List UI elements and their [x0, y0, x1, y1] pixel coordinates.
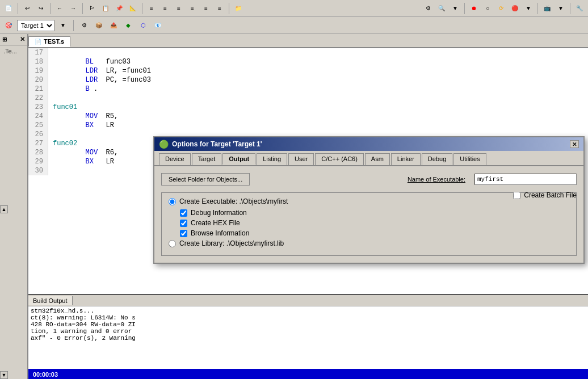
executable-input[interactable] — [474, 174, 577, 185]
create-executable-row: Create Executable: .\Objects\myfirst — [169, 197, 569, 205]
create-hex-checkbox[interactable] — [180, 220, 187, 227]
dialog-tab-output[interactable]: Output — [222, 153, 255, 165]
create-library-row: Create Library: .\Objects\myfirst.lib — [169, 239, 569, 247]
create-executable-label: Create Executable: .\Objects\myfirst — [179, 197, 288, 205]
dialog-tab-target[interactable]: Target — [192, 153, 222, 165]
dialog-tab-bar: DeviceTargetOutputListingUserC/C++ (AC6)… — [154, 151, 583, 166]
executable-label: Name of Executable: — [408, 176, 465, 183]
dialog-body: Select Folder for Objects... Name of Exe… — [154, 166, 583, 263]
create-batch-checkbox[interactable] — [513, 192, 520, 199]
browse-info-checkbox[interactable] — [180, 230, 187, 237]
dialog-tab-utilities[interactable]: Utilities — [453, 153, 486, 165]
dialog-icon: 🟢 — [159, 140, 169, 149]
browse-info-label: Browse Information — [191, 229, 249, 237]
dialog-row-folder: Select Folder for Objects... Name of Exe… — [161, 173, 577, 186]
debug-info-row: Debug Information — [180, 209, 569, 217]
dialog-title-text: 🟢 Options for Target 'Target 1' — [159, 140, 262, 149]
dialog-tab-debug[interactable]: Debug — [422, 153, 452, 165]
options-section: Create Executable: .\Objects\myfirst Deb… — [161, 192, 577, 256]
create-library-radio[interactable] — [169, 240, 176, 247]
select-folder-btn[interactable]: Select Folder for Objects... — [161, 173, 250, 186]
create-executable-radio[interactable] — [169, 198, 176, 205]
options-dialog: 🟢 Options for Target 'Target 1' ✕ Device… — [153, 136, 585, 264]
dialog-tab-asm[interactable]: Asm — [365, 153, 390, 165]
dialog-tab-user[interactable]: User — [288, 153, 314, 165]
dialog-tab-device[interactable]: Device — [159, 153, 191, 165]
create-hex-row: Create HEX File — [180, 219, 569, 227]
create-library-label: Create Library: .\Objects\myfirst.lib — [179, 239, 284, 247]
dialog-tab-listing[interactable]: Listing — [257, 153, 287, 165]
browse-info-row: Browse Information — [180, 229, 569, 237]
dialog-close-btn[interactable]: ✕ — [570, 140, 579, 148]
dialog-tab-linker[interactable]: Linker — [391, 153, 421, 165]
options-wrapper: Create Executable: .\Objects\myfirst Deb… — [161, 192, 577, 256]
debug-info-checkbox[interactable] — [180, 209, 187, 217]
dialog-titlebar: 🟢 Options for Target 'Target 1' ✕ — [154, 137, 583, 151]
create-batch-row: Create Batch File — [513, 191, 577, 199]
dialog-overlay: 🟢 Options for Target 'Target 1' ✕ Device… — [0, 0, 588, 379]
create-batch-label: Create Batch File — [524, 191, 577, 199]
dialog-tab-ccac6[interactable]: C/C++ (AC6) — [315, 153, 364, 165]
debug-info-label: Debug Information — [191, 209, 247, 217]
create-hex-label: Create HEX File — [191, 219, 240, 227]
